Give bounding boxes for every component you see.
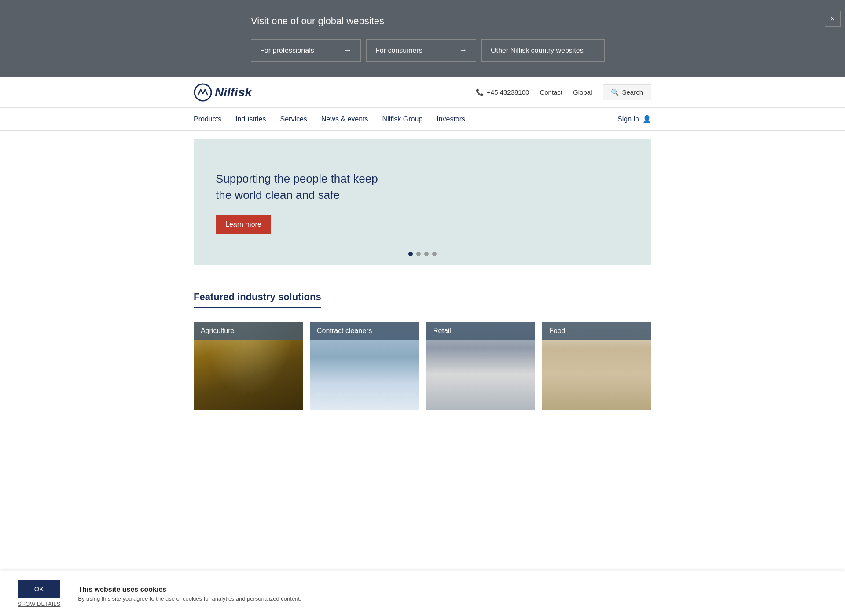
phone-icon: 📞 bbox=[476, 88, 484, 96]
signin-label: Sign in bbox=[617, 115, 639, 123]
hero-section: Supporting the people that keep the worl… bbox=[0, 131, 845, 274]
global-link[interactable]: Global bbox=[573, 88, 592, 96]
search-label: Search bbox=[622, 88, 643, 96]
food-label: Food bbox=[542, 322, 651, 340]
other-nilfisk-label: Other Nilfisk country websites bbox=[491, 47, 584, 55]
slider-dots bbox=[408, 252, 437, 256]
industry-card-contract-cleaners[interactable]: Contract cleaners bbox=[310, 322, 419, 410]
close-banner-button[interactable]: × bbox=[825, 11, 841, 27]
hero-title: Supporting the people that keep the worl… bbox=[216, 171, 383, 203]
professionals-arrow: → bbox=[344, 46, 352, 55]
person-icon: 👤 bbox=[643, 115, 651, 123]
logo-area[interactable]: Nilfisk bbox=[194, 83, 252, 102]
nav-item-investors[interactable]: Investors bbox=[437, 108, 465, 130]
for-consumers-button[interactable]: For consumers → bbox=[366, 39, 476, 62]
nav-item-nilfisk-group[interactable]: Nilfisk Group bbox=[382, 108, 423, 130]
global-banner: Visit one of our global websites For pro… bbox=[0, 0, 845, 77]
slider-dot-4[interactable] bbox=[432, 252, 437, 256]
other-nilfisk-button[interactable]: Other Nilfisk country websites bbox=[481, 39, 605, 62]
global-banner-title: Visit one of our global websites bbox=[251, 15, 594, 27]
signin-area[interactable]: Sign in 👤 bbox=[617, 115, 651, 123]
phone-number: +45 43238100 bbox=[487, 88, 529, 96]
site-header: Nilfisk 📞 +45 43238100 Contact Global 🔍 … bbox=[0, 77, 845, 108]
consumers-arrow: → bbox=[459, 46, 467, 55]
slider-dot-2[interactable] bbox=[416, 252, 421, 256]
retail-label: Retail bbox=[426, 322, 535, 340]
slider-dot-3[interactable] bbox=[424, 252, 429, 256]
industry-card-food[interactable]: Food bbox=[542, 322, 651, 410]
search-button[interactable]: 🔍 Search bbox=[603, 84, 651, 100]
hero-slider: Supporting the people that keep the worl… bbox=[194, 139, 651, 265]
featured-section-title: Featured industry solutions bbox=[194, 291, 321, 308]
header-right: 📞 +45 43238100 Contact Global 🔍 Search bbox=[476, 84, 651, 100]
slider-dot-1[interactable] bbox=[408, 252, 413, 256]
svg-point-0 bbox=[195, 84, 211, 101]
hero-cta-button[interactable]: Learn more bbox=[216, 215, 271, 234]
industry-card-agriculture[interactable]: Agriculture bbox=[194, 322, 303, 410]
nav-item-industries[interactable]: Industries bbox=[235, 108, 266, 130]
nilfisk-logo-text: Nilfisk bbox=[215, 85, 252, 99]
nav-items: Products Industries Services News & even… bbox=[194, 108, 465, 130]
nav-item-products[interactable]: Products bbox=[194, 108, 221, 130]
nilfisk-logo-icon bbox=[194, 83, 212, 102]
for-consumers-label: For consumers bbox=[375, 47, 422, 55]
global-banner-buttons: For professionals → For consumers → Othe… bbox=[251, 39, 594, 62]
nav-item-services[interactable]: Services bbox=[280, 108, 307, 130]
global-banner-inner: Visit one of our global websites For pro… bbox=[251, 15, 594, 62]
nav-bar: Products Industries Services News & even… bbox=[0, 108, 845, 131]
for-professionals-label: For professionals bbox=[260, 47, 314, 55]
for-professionals-button[interactable]: For professionals → bbox=[251, 39, 361, 62]
phone-area: 📞 +45 43238100 bbox=[476, 88, 529, 96]
featured-section: Featured industry solutions Agriculture … bbox=[0, 274, 845, 436]
contact-link[interactable]: Contact bbox=[540, 88, 562, 96]
search-icon: 🔍 bbox=[611, 88, 619, 96]
agriculture-label: Agriculture bbox=[194, 322, 303, 340]
industry-grid: Agriculture Contract cleaners Retail Foo… bbox=[194, 322, 651, 410]
industry-card-retail[interactable]: Retail bbox=[426, 322, 535, 410]
contract-cleaners-label: Contract cleaners bbox=[310, 322, 419, 340]
close-icon: × bbox=[830, 15, 834, 23]
nav-item-news-events[interactable]: News & events bbox=[321, 108, 368, 130]
